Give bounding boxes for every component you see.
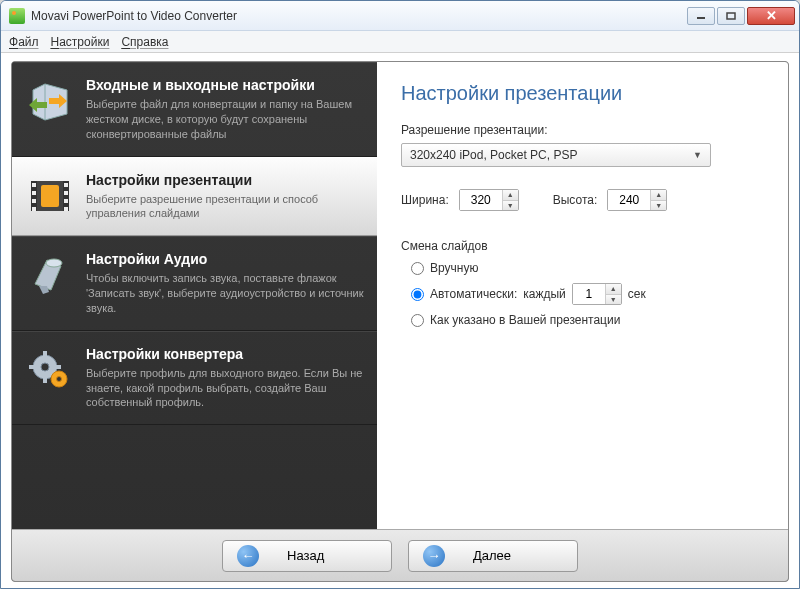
sidebar-item-audio-settings[interactable]: Настройки Аудио Чтобы включить запись зв… (12, 236, 377, 331)
minimize-button[interactable] (687, 7, 715, 25)
spinner-down-icon[interactable]: ▼ (503, 201, 518, 211)
svg-rect-8 (32, 207, 36, 211)
panel-heading: Настройки презентации (401, 82, 764, 105)
svg-rect-20 (55, 365, 61, 369)
width-spinner[interactable]: ▲▼ (459, 189, 519, 211)
radio-manual-input[interactable] (411, 262, 424, 275)
sidebar-item-title: Настройки Аудио (86, 251, 365, 267)
close-button[interactable]: ✕ (747, 7, 795, 25)
arrow-left-icon: ← (237, 545, 259, 567)
megaphone-icon (26, 251, 74, 299)
interval-input[interactable] (573, 284, 605, 304)
svg-point-22 (57, 376, 62, 381)
radio-auto[interactable]: Автоматически: каждый ▲▼ сек (411, 283, 764, 305)
svg-rect-7 (32, 199, 36, 203)
auto-sec-label: сек (628, 287, 646, 301)
height-spinner[interactable]: ▲▼ (607, 189, 667, 211)
app-window: Movavi PowerPoint to Video Converter ✕ Ф… (0, 0, 800, 589)
button-bar: ← Назад → Далее (12, 529, 788, 581)
resolution-dropdown[interactable]: 320x240 iPod, Pocket PC, PSP ▼ (401, 143, 711, 167)
next-button-label: Далее (473, 548, 511, 563)
chevron-down-icon: ▼ (693, 150, 702, 160)
svg-rect-12 (64, 207, 68, 211)
radio-asin-label: Как указано в Вашей презентации (430, 313, 620, 327)
content-row: Входные и выходные настройки Выберите фа… (12, 62, 788, 529)
resolution-value: 320x240 iPod, Pocket PC, PSP (410, 148, 577, 162)
height-label: Высота: (553, 193, 598, 207)
next-button[interactable]: → Далее (408, 540, 578, 572)
svg-rect-13 (41, 185, 59, 207)
interval-spinner[interactable]: ▲▼ (572, 283, 622, 305)
sidebar-item-desc: Чтобы включить запись звука, поставьте ф… (86, 271, 365, 316)
sidebar-item-desc: Выберите файл для конвертации и папку на… (86, 97, 365, 142)
height-input[interactable] (608, 190, 650, 210)
menu-settings[interactable]: Настройки (51, 35, 110, 49)
spinner-up-icon[interactable]: ▲ (651, 190, 666, 201)
settings-panel: Настройки презентации Разрешение презент… (377, 62, 788, 529)
back-button-label: Назад (287, 548, 324, 563)
main-frame: Входные и выходные настройки Выберите фа… (11, 61, 789, 582)
radio-auto-label: Автоматически: (430, 287, 517, 301)
menu-file[interactable]: Файл (9, 35, 39, 49)
app-icon (9, 8, 25, 24)
svg-rect-1 (727, 13, 735, 19)
svg-rect-11 (64, 199, 68, 203)
width-label: Ширина: (401, 193, 449, 207)
radio-auto-input[interactable] (411, 288, 424, 301)
spinner-up-icon[interactable]: ▲ (503, 190, 518, 201)
menubar: Файл Настройки Справка (1, 31, 799, 53)
resolution-label: Разрешение презентации: (401, 123, 764, 137)
sidebar: Входные и выходные настройки Выберите фа… (12, 62, 377, 529)
svg-rect-17 (43, 351, 47, 357)
filmstrip-icon (26, 172, 74, 220)
menu-help[interactable]: Справка (121, 35, 168, 49)
spinner-down-icon[interactable]: ▼ (606, 295, 621, 305)
titlebar: Movavi PowerPoint to Video Converter ✕ (1, 1, 799, 31)
radio-manual-label: Вручную (430, 261, 478, 275)
sidebar-item-desc: Выберите профиль для выходного видео. Ес… (86, 366, 365, 411)
sidebar-item-converter-settings[interactable]: Настройки конвертера Выберите профиль дл… (12, 331, 377, 426)
sidebar-item-presentation-settings[interactable]: Настройки презентации Выберите разрешени… (12, 157, 377, 237)
svg-rect-19 (29, 365, 35, 369)
arrow-right-icon: → (423, 545, 445, 567)
window-title: Movavi PowerPoint to Video Converter (31, 9, 687, 23)
svg-rect-18 (43, 377, 47, 383)
spinner-up-icon[interactable]: ▲ (606, 284, 621, 295)
window-controls: ✕ (687, 7, 795, 25)
radio-asin-input[interactable] (411, 314, 424, 327)
gears-icon (26, 346, 74, 394)
folder-arrows-icon (26, 77, 74, 125)
radio-manual[interactable]: Вручную (411, 261, 764, 275)
svg-rect-6 (32, 191, 36, 195)
sidebar-item-title: Настройки конвертера (86, 346, 365, 362)
sidebar-item-title: Настройки презентации (86, 172, 365, 188)
radio-as-in-presentation[interactable]: Как указано в Вашей презентации (411, 313, 764, 327)
svg-point-14 (46, 259, 62, 267)
back-button[interactable]: ← Назад (222, 540, 392, 572)
slide-change-label: Смена слайдов (401, 239, 764, 253)
sidebar-item-io-settings[interactable]: Входные и выходные настройки Выберите фа… (12, 62, 377, 157)
spinner-down-icon[interactable]: ▼ (651, 201, 666, 211)
svg-point-16 (41, 363, 49, 371)
svg-rect-10 (64, 191, 68, 195)
svg-rect-5 (32, 183, 36, 187)
sidebar-item-title: Входные и выходные настройки (86, 77, 365, 93)
svg-rect-9 (64, 183, 68, 187)
width-input[interactable] (460, 190, 502, 210)
auto-every-label: каждый (523, 287, 566, 301)
sidebar-item-desc: Выберите разрешение презентации и способ… (86, 192, 365, 222)
maximize-button[interactable] (717, 7, 745, 25)
